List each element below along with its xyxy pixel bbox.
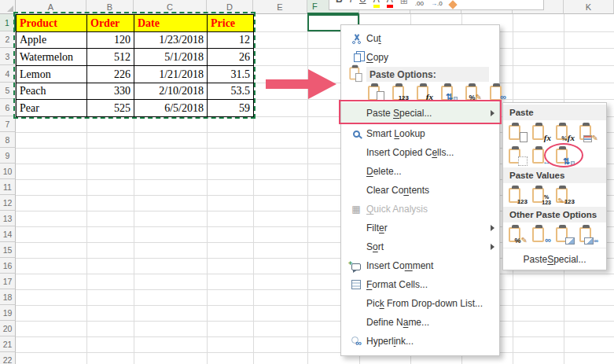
row-header-12[interactable]: 12 bbox=[0, 195, 16, 211]
row-header-5[interactable]: 5 bbox=[0, 83, 16, 99]
menu-item-format-cells[interactable]: Format Cells... bbox=[341, 275, 499, 294]
paste-option-formulas-number-formatting-icon[interactable]: %fx bbox=[553, 122, 575, 142]
decrease-decimal-button[interactable]: →.0 bbox=[431, 1, 443, 7]
row-header-15[interactable]: 15 bbox=[0, 242, 16, 258]
cell-A1[interactable]: Product bbox=[17, 15, 87, 32]
paste-option-transpose-icon[interactable]: ⇅ bbox=[553, 145, 575, 166]
menu-item-delete[interactable]: Delete... bbox=[341, 162, 499, 181]
paste-option-no-borders-icon[interactable] bbox=[506, 145, 528, 166]
format-painter-button[interactable] bbox=[448, 0, 457, 9]
menu-item-insert-comment[interactable]: +Insert Comment bbox=[341, 256, 499, 275]
column-header-D[interactable]: D bbox=[207, 0, 253, 14]
cell-A6[interactable]: Pear bbox=[17, 100, 87, 117]
row-header-9[interactable]: 9 bbox=[0, 148, 16, 164]
menu-item-smart-lookup[interactable]: Smart Lookup bbox=[341, 124, 499, 143]
cell-D4[interactable]: 31.5 bbox=[208, 66, 254, 83]
menu-item-sort[interactable]: Sort bbox=[341, 237, 499, 256]
cell-D2[interactable]: 12 bbox=[208, 32, 254, 49]
paste-option-values-number-formatting-icon[interactable]: %123 bbox=[529, 185, 552, 205]
cell-B2[interactable]: 120 bbox=[87, 32, 134, 49]
submenu-paste-special-item[interactable]: Paste Special... bbox=[503, 248, 606, 270]
italic-button[interactable]: I bbox=[350, 0, 352, 4]
row-header-21[interactable]: 21 bbox=[0, 336, 16, 352]
bold-button[interactable]: B bbox=[336, 0, 343, 4]
row-header-19[interactable]: 19 bbox=[0, 305, 16, 321]
column-header-K[interactable]: K bbox=[564, 0, 614, 14]
row-header-22[interactable]: 22 bbox=[0, 352, 16, 364]
paste-option-values-source-formatting-icon[interactable]: ✎123 bbox=[553, 185, 575, 205]
menu-item-define-name[interactable]: Define Name... bbox=[341, 313, 499, 332]
row-header-3[interactable]: 3 bbox=[0, 48, 16, 65]
cell-B1[interactable]: Order bbox=[87, 15, 134, 32]
cell-A4[interactable]: Lemon bbox=[17, 66, 87, 83]
cell-D6[interactable]: 59 bbox=[208, 100, 254, 117]
row-header-18[interactable]: 18 bbox=[0, 289, 16, 305]
row-header-7[interactable]: 7 bbox=[0, 116, 16, 132]
paste-option-picture-icon[interactable] bbox=[553, 224, 575, 245]
paste-option-values-icon[interactable]: 123 bbox=[506, 185, 528, 205]
row-header-17[interactable]: 17 bbox=[0, 274, 16, 289]
paste-option-linked-picture-icon[interactable]: ∞ bbox=[576, 224, 599, 245]
paste-option-formulas-icon[interactable]: fx bbox=[529, 122, 552, 142]
menu-item-insert-copied-cells[interactable]: Insert Copied Cells... bbox=[341, 143, 499, 162]
cell-C5[interactable]: 2/10/2018 bbox=[134, 83, 208, 100]
cell-D5[interactable]: 53.5 bbox=[208, 83, 254, 100]
cell-B6[interactable]: 525 bbox=[87, 100, 134, 117]
row-header-8[interactable]: 8 bbox=[0, 132, 16, 148]
row-header-1[interactable]: 1 bbox=[0, 14, 16, 31]
menu-item-cut[interactable]: Cut bbox=[341, 29, 499, 48]
menu-item-hyperlink[interactable]: ∞Hyperlink... bbox=[341, 332, 499, 351]
menu-item-paste-special[interactable]: Paste Special... bbox=[341, 102, 499, 124]
cell-C3[interactable]: 5/1/2018 bbox=[134, 49, 208, 66]
row-header-11[interactable]: 11 bbox=[0, 179, 16, 195]
cell-D3[interactable]: 26 bbox=[208, 49, 254, 66]
paste-option-transpose-icon[interactable]: ⇅ bbox=[438, 83, 458, 101]
row-header-13[interactable]: 13 bbox=[0, 211, 16, 226]
row-header-14[interactable]: 14 bbox=[0, 226, 16, 242]
row-header-6[interactable]: 6 bbox=[0, 99, 16, 116]
row-header-10[interactable]: 10 bbox=[0, 164, 16, 179]
cell-A2[interactable]: Apple bbox=[17, 32, 87, 49]
cell-C6[interactable]: 6/5/2018 bbox=[134, 100, 208, 117]
paste-option-paste-icon[interactable] bbox=[347, 64, 362, 82]
cell-B5[interactable]: 330 bbox=[87, 83, 134, 100]
paste-option-paste-link-icon[interactable]: ∞ bbox=[529, 224, 552, 245]
increase-decimal-button[interactable]: .00 bbox=[415, 1, 424, 7]
column-header-E[interactable]: E bbox=[253, 0, 307, 14]
cell-B4[interactable]: 226 bbox=[87, 66, 134, 83]
paste-option-keep-source-column-widths-icon[interactable]: ↔ bbox=[529, 145, 552, 166]
cell-C4[interactable]: 1/21/2018 bbox=[134, 66, 208, 83]
paste-option-formulas-icon[interactable]: fx bbox=[414, 83, 434, 101]
menu-item-clear-contents[interactable]: Clear Contents bbox=[341, 181, 499, 200]
fill-color-button[interactable]: A bbox=[373, 0, 380, 8]
column-header-C[interactable]: C bbox=[134, 0, 207, 14]
cell-A3[interactable]: Watermelon bbox=[17, 49, 87, 66]
cell-B3[interactable]: 512 bbox=[87, 49, 134, 66]
cell-D1[interactable]: Price bbox=[208, 15, 254, 32]
row-header-4[interactable]: 4 bbox=[0, 65, 16, 83]
row-header-16[interactable]: 16 bbox=[0, 258, 16, 274]
column-header-A[interactable]: A bbox=[16, 0, 86, 14]
hyperlink-icon: ∞ bbox=[346, 336, 366, 347]
paste-option-paste-icon[interactable] bbox=[506, 122, 528, 142]
font-color-button[interactable]: A bbox=[387, 0, 393, 8]
paste-option-paste-icon[interactable] bbox=[365, 83, 385, 101]
menu-item-pick-from-drop-down-list[interactable]: Pick From Drop-down List... bbox=[341, 294, 499, 313]
borders-button[interactable]: ⊞ bbox=[400, 0, 408, 6]
select-all-button[interactable] bbox=[0, 0, 16, 14]
cell-A5[interactable]: Peach bbox=[17, 83, 87, 100]
menu-item-quick-analysis[interactable]: ▦Quick Analysis bbox=[341, 200, 499, 219]
cell-C1[interactable]: Date bbox=[134, 15, 208, 32]
paste-option-formatting-icon[interactable]: %✎ bbox=[506, 224, 528, 245]
paste-option-paste-link-icon[interactable]: ∞ bbox=[487, 83, 507, 101]
row-header-20[interactable]: 20 bbox=[0, 321, 16, 336]
row-header-2[interactable]: 2 bbox=[0, 31, 16, 48]
menu-item-filter[interactable]: Filter bbox=[341, 219, 499, 237]
cell-C2[interactable]: 1/23/2018 bbox=[134, 32, 208, 49]
table-row: Peach3302/10/201853.5 bbox=[17, 83, 254, 100]
paste-option-keep-source-formatting-icon[interactable]: ✎ bbox=[576, 122, 599, 142]
column-header-B[interactable]: B bbox=[86, 0, 134, 14]
underline-button[interactable]: U bbox=[359, 0, 366, 4]
paste-option-formatting-icon[interactable]: %✎ bbox=[462, 83, 483, 101]
paste-option-values-icon[interactable]: 123 bbox=[389, 83, 410, 101]
